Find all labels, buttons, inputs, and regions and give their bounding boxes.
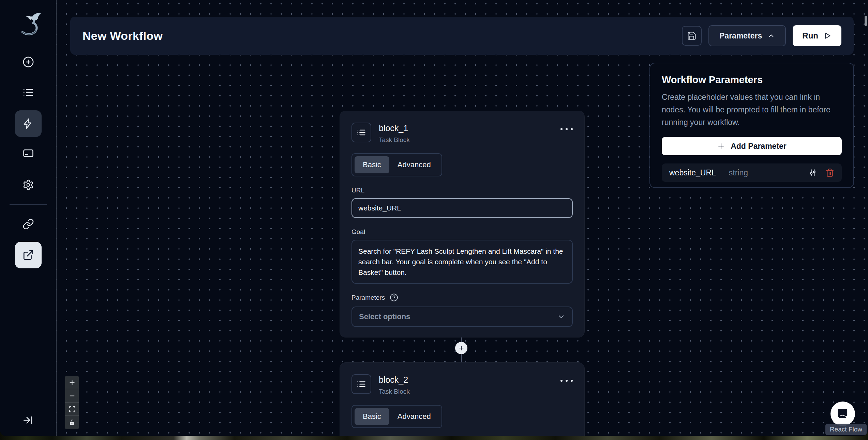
plus-icon [717,142,725,150]
sidebar-item-credentials[interactable] [15,140,42,167]
scrollbar-thumb[interactable] [865,16,867,26]
zoom-out-button[interactable] [65,389,79,403]
node-tabs: Basic Advanced [351,405,442,428]
list-icon [357,379,366,389]
chevron-up-icon [767,32,775,40]
chat-bubble-icon [836,407,850,421]
plus-icon [458,345,465,351]
fit-view-button[interactable] [65,403,79,416]
add-parameter-label: Add Parameter [731,142,787,151]
canvas-zoom-controls [65,376,79,429]
goal-field-label: Goal [351,228,573,236]
select-placeholder: Select options [359,312,410,321]
save-button[interactable] [682,26,702,46]
task-block-icon-box [351,123,371,142]
sidebar-item-runs[interactable] [15,79,42,106]
sidebar-item-integrations[interactable] [15,211,42,237]
run-button[interactable]: Run [793,25,841,46]
add-parameter-button[interactable]: Add Parameter [662,137,842,155]
node-header: block_2 Task Block [351,374,573,395]
panel-description: Create placeholder values that you can l… [662,91,842,129]
sidebar-collapse-button[interactable] [15,407,42,434]
zoom-in-button[interactable] [65,376,79,389]
gear-icon [23,179,34,191]
node-title[interactable]: block_2 [379,375,410,385]
external-link-icon [23,249,34,261]
url-field-label: URL [351,187,573,194]
sidebar-item-external[interactable] [15,242,42,268]
tab-advanced[interactable]: Advanced [389,408,439,425]
react-flow-attribution[interactable]: React Flow [825,424,867,435]
support-chat-button[interactable] [830,402,855,426]
sidebar-item-workflows[interactable] [15,110,42,137]
lightning-icon [23,118,34,129]
url-input[interactable] [351,198,573,218]
sidebar-item-create[interactable] [15,49,42,75]
save-icon [687,31,697,41]
minus-icon [69,392,76,399]
task-block-node-1[interactable]: block_1 Task Block Basic Advanced URL Go… [340,111,585,337]
parameter-key: website_URL [669,168,716,177]
workflow-builder-app: New Workflow Parameters Run [0,0,868,440]
lock-button[interactable] [65,416,79,429]
add-block-button[interactable] [455,342,467,354]
task-block-node-2[interactable]: block_2 Task Block Basic Advanced [340,362,585,436]
link-icon [23,218,34,230]
list-icon [357,128,366,137]
play-icon [823,31,832,40]
node-type-label: Task Block [379,136,410,144]
lock-icon [69,419,76,426]
credit-card-icon [23,147,34,159]
panel-title: Workflow Parameters [662,74,842,85]
parameters-field-label: Parameters [351,294,385,301]
node-tabs: Basic Advanced [351,153,442,176]
run-button-label: Run [802,31,818,41]
node-title[interactable]: block_1 [379,123,410,133]
arrow-right-to-line-icon [23,414,34,426]
page-title: New Workflow [83,29,163,43]
parameter-type: string [729,168,748,177]
tab-basic[interactable]: Basic [355,408,389,425]
plus-icon [69,379,76,386]
node-menu-button[interactable] [560,123,573,130]
plus-circle-icon [23,56,34,68]
goal-textarea[interactable]: Search for "REFY Lash Sculpt Lengthen an… [351,240,573,284]
tab-advanced[interactable]: Advanced [389,156,439,173]
parameters-button-label: Parameters [719,31,762,41]
sidebar-item-settings[interactable] [15,172,42,198]
parameters-toggle-button[interactable]: Parameters [708,25,786,46]
parameters-select[interactable]: Select options [351,307,573,327]
help-circle-icon[interactable] [390,293,398,302]
sidebar [0,0,57,436]
header-actions: Parameters Run [682,25,841,46]
task-block-icon-box [351,374,371,394]
tab-basic[interactable]: Basic [355,156,389,173]
sidebar-divider [10,204,47,205]
app-window: New Workflow Parameters Run [0,0,868,436]
workflow-header: New Workflow Parameters Run [70,17,854,55]
node-header: block_1 Task Block [351,123,573,144]
workflow-parameters-panel: Workflow Parameters Create placeholder v… [649,63,854,188]
edit-parameter-sliders-icon[interactable] [808,168,817,177]
parameter-row: website_URL string [662,163,842,182]
node-type-label: Task Block [379,388,410,395]
node-menu-button[interactable] [560,374,573,382]
workflow-canvas[interactable]: New Workflow Parameters Run [57,0,868,436]
skyvern-dragon-logo [14,8,43,40]
list-icon [23,87,34,98]
delete-parameter-trash-icon[interactable] [825,168,834,177]
fit-view-icon [69,406,76,413]
chevron-down-icon [557,313,565,321]
